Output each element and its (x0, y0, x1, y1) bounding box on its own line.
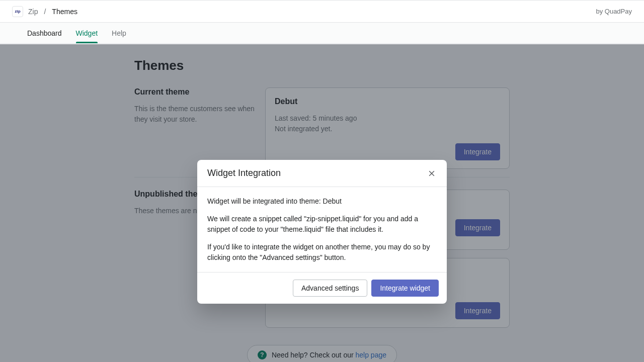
modal-text-snippet: We will create a snippet called "zip-sni… (207, 214, 437, 235)
modal-overlay[interactable]: Widget Integration Widget will be integr… (0, 44, 644, 362)
advanced-settings-button[interactable]: Advanced settings (293, 280, 367, 297)
breadcrumb-page: Themes (52, 8, 77, 16)
tab-dashboard[interactable]: Dashboard (20, 23, 69, 43)
tabs-bar: Dashboard Widget Help (0, 23, 644, 44)
modal-text-theme: Widget will be integrated into theme: De… (207, 196, 437, 207)
breadcrumb-separator: / (44, 8, 46, 16)
close-icon[interactable] (427, 168, 437, 178)
zip-logo: zip (12, 6, 23, 17)
app-header: zip Zip / Themes by QuadPay (0, 0, 644, 23)
widget-integration-modal: Widget Integration Widget will be integr… (197, 160, 447, 304)
tab-widget[interactable]: Widget (69, 23, 105, 43)
modal-title: Widget Integration (207, 168, 281, 178)
tab-help[interactable]: Help (105, 23, 133, 43)
breadcrumb-app[interactable]: Zip (28, 8, 38, 16)
modal-text-advanced: If you'd like to integrate the widget on… (207, 242, 437, 263)
integrate-widget-button[interactable]: Integrate widget (371, 280, 439, 297)
breadcrumb: zip Zip / Themes (12, 6, 77, 17)
by-quadpay-label: by QuadPay (596, 8, 632, 15)
